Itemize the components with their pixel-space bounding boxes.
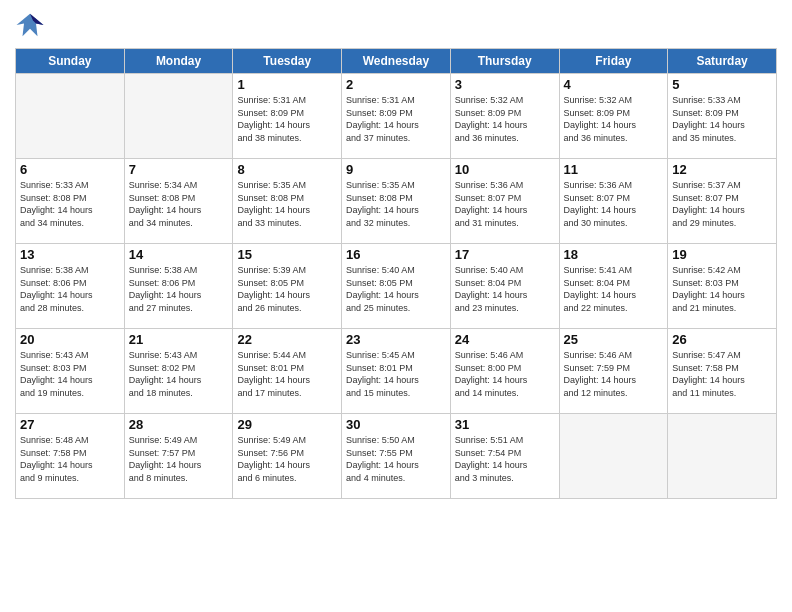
calendar-cell: 23Sunrise: 5:45 AM Sunset: 8:01 PM Dayli… [342,329,451,414]
week-row-1: 1Sunrise: 5:31 AM Sunset: 8:09 PM Daylig… [16,74,777,159]
day-info: Sunrise: 5:40 AM Sunset: 8:05 PM Dayligh… [346,264,446,314]
day-number: 22 [237,332,337,347]
calendar-cell: 28Sunrise: 5:49 AM Sunset: 7:57 PM Dayli… [124,414,233,499]
day-info: Sunrise: 5:43 AM Sunset: 8:03 PM Dayligh… [20,349,120,399]
calendar-cell: 20Sunrise: 5:43 AM Sunset: 8:03 PM Dayli… [16,329,125,414]
calendar-cell: 17Sunrise: 5:40 AM Sunset: 8:04 PM Dayli… [450,244,559,329]
day-number: 28 [129,417,229,432]
day-info: Sunrise: 5:35 AM Sunset: 8:08 PM Dayligh… [237,179,337,229]
calendar-cell [124,74,233,159]
day-number: 27 [20,417,120,432]
day-number: 18 [564,247,664,262]
day-info: Sunrise: 5:48 AM Sunset: 7:58 PM Dayligh… [20,434,120,484]
logo-icon [15,10,45,40]
day-info: Sunrise: 5:32 AM Sunset: 8:09 PM Dayligh… [564,94,664,144]
calendar-cell: 7Sunrise: 5:34 AM Sunset: 8:08 PM Daylig… [124,159,233,244]
day-number: 14 [129,247,229,262]
day-info: Sunrise: 5:36 AM Sunset: 8:07 PM Dayligh… [455,179,555,229]
day-number: 8 [237,162,337,177]
col-header-friday: Friday [559,49,668,74]
day-number: 2 [346,77,446,92]
day-info: Sunrise: 5:49 AM Sunset: 7:56 PM Dayligh… [237,434,337,484]
day-info: Sunrise: 5:34 AM Sunset: 8:08 PM Dayligh… [129,179,229,229]
calendar-table: SundayMondayTuesdayWednesdayThursdayFrid… [15,48,777,499]
calendar-cell: 14Sunrise: 5:38 AM Sunset: 8:06 PM Dayli… [124,244,233,329]
day-info: Sunrise: 5:49 AM Sunset: 7:57 PM Dayligh… [129,434,229,484]
calendar-cell [668,414,777,499]
week-row-4: 20Sunrise: 5:43 AM Sunset: 8:03 PM Dayli… [16,329,777,414]
calendar-cell: 13Sunrise: 5:38 AM Sunset: 8:06 PM Dayli… [16,244,125,329]
day-info: Sunrise: 5:36 AM Sunset: 8:07 PM Dayligh… [564,179,664,229]
calendar-cell: 24Sunrise: 5:46 AM Sunset: 8:00 PM Dayli… [450,329,559,414]
day-number: 29 [237,417,337,432]
day-number: 11 [564,162,664,177]
day-number: 5 [672,77,772,92]
calendar-cell: 5Sunrise: 5:33 AM Sunset: 8:09 PM Daylig… [668,74,777,159]
day-number: 26 [672,332,772,347]
calendar-cell: 9Sunrise: 5:35 AM Sunset: 8:08 PM Daylig… [342,159,451,244]
day-info: Sunrise: 5:44 AM Sunset: 8:01 PM Dayligh… [237,349,337,399]
col-header-wednesday: Wednesday [342,49,451,74]
day-number: 17 [455,247,555,262]
calendar-cell: 1Sunrise: 5:31 AM Sunset: 8:09 PM Daylig… [233,74,342,159]
day-info: Sunrise: 5:42 AM Sunset: 8:03 PM Dayligh… [672,264,772,314]
logo [15,10,47,40]
day-number: 6 [20,162,120,177]
day-info: Sunrise: 5:38 AM Sunset: 8:06 PM Dayligh… [20,264,120,314]
day-info: Sunrise: 5:51 AM Sunset: 7:54 PM Dayligh… [455,434,555,484]
day-number: 21 [129,332,229,347]
calendar-cell: 22Sunrise: 5:44 AM Sunset: 8:01 PM Dayli… [233,329,342,414]
calendar-cell: 11Sunrise: 5:36 AM Sunset: 8:07 PM Dayli… [559,159,668,244]
calendar-cell: 16Sunrise: 5:40 AM Sunset: 8:05 PM Dayli… [342,244,451,329]
svg-marker-0 [17,14,44,37]
calendar-cell: 26Sunrise: 5:47 AM Sunset: 7:58 PM Dayli… [668,329,777,414]
day-number: 1 [237,77,337,92]
day-number: 7 [129,162,229,177]
day-info: Sunrise: 5:40 AM Sunset: 8:04 PM Dayligh… [455,264,555,314]
day-info: Sunrise: 5:50 AM Sunset: 7:55 PM Dayligh… [346,434,446,484]
week-row-2: 6Sunrise: 5:33 AM Sunset: 8:08 PM Daylig… [16,159,777,244]
day-number: 13 [20,247,120,262]
calendar-cell: 19Sunrise: 5:42 AM Sunset: 8:03 PM Dayli… [668,244,777,329]
day-number: 4 [564,77,664,92]
day-info: Sunrise: 5:37 AM Sunset: 8:07 PM Dayligh… [672,179,772,229]
calendar-cell: 3Sunrise: 5:32 AM Sunset: 8:09 PM Daylig… [450,74,559,159]
day-number: 12 [672,162,772,177]
day-info: Sunrise: 5:33 AM Sunset: 8:08 PM Dayligh… [20,179,120,229]
calendar-cell: 29Sunrise: 5:49 AM Sunset: 7:56 PM Dayli… [233,414,342,499]
day-info: Sunrise: 5:35 AM Sunset: 8:08 PM Dayligh… [346,179,446,229]
day-number: 15 [237,247,337,262]
calendar-cell: 18Sunrise: 5:41 AM Sunset: 8:04 PM Dayli… [559,244,668,329]
calendar-cell: 27Sunrise: 5:48 AM Sunset: 7:58 PM Dayli… [16,414,125,499]
day-info: Sunrise: 5:38 AM Sunset: 8:06 PM Dayligh… [129,264,229,314]
page-container: SundayMondayTuesdayWednesdayThursdayFrid… [0,0,792,509]
col-header-tuesday: Tuesday [233,49,342,74]
day-info: Sunrise: 5:43 AM Sunset: 8:02 PM Dayligh… [129,349,229,399]
calendar-cell: 4Sunrise: 5:32 AM Sunset: 8:09 PM Daylig… [559,74,668,159]
day-number: 30 [346,417,446,432]
calendar-cell: 31Sunrise: 5:51 AM Sunset: 7:54 PM Dayli… [450,414,559,499]
calendar-cell: 21Sunrise: 5:43 AM Sunset: 8:02 PM Dayli… [124,329,233,414]
day-number: 24 [455,332,555,347]
day-info: Sunrise: 5:31 AM Sunset: 8:09 PM Dayligh… [346,94,446,144]
col-header-monday: Monday [124,49,233,74]
col-header-thursday: Thursday [450,49,559,74]
week-row-5: 27Sunrise: 5:48 AM Sunset: 7:58 PM Dayli… [16,414,777,499]
day-number: 3 [455,77,555,92]
col-header-sunday: Sunday [16,49,125,74]
day-info: Sunrise: 5:46 AM Sunset: 7:59 PM Dayligh… [564,349,664,399]
page-header [15,10,777,40]
day-number: 20 [20,332,120,347]
day-info: Sunrise: 5:47 AM Sunset: 7:58 PM Dayligh… [672,349,772,399]
calendar-cell: 15Sunrise: 5:39 AM Sunset: 8:05 PM Dayli… [233,244,342,329]
day-number: 25 [564,332,664,347]
calendar-cell [559,414,668,499]
day-info: Sunrise: 5:46 AM Sunset: 8:00 PM Dayligh… [455,349,555,399]
day-number: 16 [346,247,446,262]
day-number: 31 [455,417,555,432]
day-number: 10 [455,162,555,177]
calendar-cell: 10Sunrise: 5:36 AM Sunset: 8:07 PM Dayli… [450,159,559,244]
calendar-cell: 6Sunrise: 5:33 AM Sunset: 8:08 PM Daylig… [16,159,125,244]
day-info: Sunrise: 5:31 AM Sunset: 8:09 PM Dayligh… [237,94,337,144]
col-header-saturday: Saturday [668,49,777,74]
